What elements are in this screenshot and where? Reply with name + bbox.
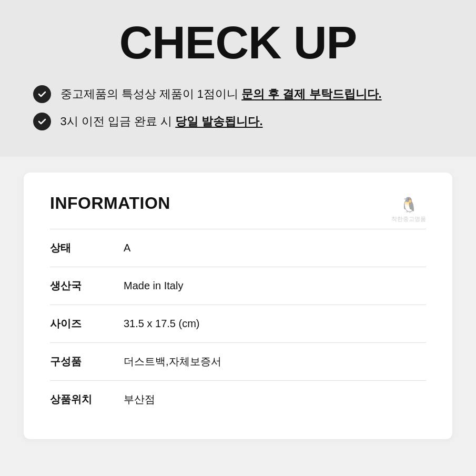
info-table: 상태A생산국Made in Italy사이즈31.5 x 17.5 (cm)구성…: [50, 229, 426, 418]
info-label-2: 사이즈: [50, 305, 124, 343]
page-title: CHECK UP: [32, 16, 444, 69]
info-label-1: 생산국: [50, 267, 124, 305]
info-value-4: 부산점: [124, 381, 426, 419]
info-value-0: A: [124, 229, 426, 267]
info-label-0: 상태: [50, 229, 124, 267]
check-icon-2: [33, 113, 51, 130]
table-row: 생산국Made in Italy: [50, 267, 426, 305]
table-row: 상태A: [50, 229, 426, 267]
info-label-3: 구성품: [50, 343, 124, 381]
table-row: 구성품더스트백,자체보증서: [50, 343, 426, 381]
checkup-items: 중고제품의 특성상 제품이 1점이니 문의 후 결제 부탁드립니다. 3시 이전…: [33, 85, 443, 130]
info-value-3: 더스트백,자체보증서: [124, 343, 426, 381]
check-icon-1: [33, 85, 51, 103]
top-section: CHECK UP 중고제품의 특성상 제품이 1점이니 문의 후 결제 부탁드립…: [0, 0, 476, 157]
table-row: 상품위치부산점: [50, 381, 426, 419]
info-card: INFORMATION 🐧 착한중고명품 상태A생산국Made in Italy…: [24, 173, 452, 439]
watermark-text: 착한중고명품: [391, 216, 426, 222]
info-title: INFORMATION: [50, 194, 426, 213]
checkup-item-1-text: 중고제품의 특성상 제품이 1점이니 문의 후 결제 부탁드립니다.: [60, 86, 382, 103]
table-row: 사이즈31.5 x 17.5 (cm): [50, 305, 426, 343]
watermark-icon: 🐧: [391, 196, 426, 214]
info-value-2: 31.5 x 17.5 (cm): [124, 305, 426, 343]
checkup-item-2-text: 3시 이전 입금 완료 시 당일 발송됩니다.: [60, 114, 263, 130]
watermark: 🐧 착한중고명품: [391, 196, 426, 223]
checkup-item-2: 3시 이전 입금 완료 시 당일 발송됩니다.: [33, 113, 443, 130]
info-label-4: 상품위치: [50, 381, 124, 419]
checkup-item-1: 중고제품의 특성상 제품이 1점이니 문의 후 결제 부탁드립니다.: [33, 85, 443, 103]
info-value-1: Made in Italy: [124, 267, 426, 305]
info-section: INFORMATION 🐧 착한중고명품 상태A생산국Made in Italy…: [0, 157, 476, 455]
